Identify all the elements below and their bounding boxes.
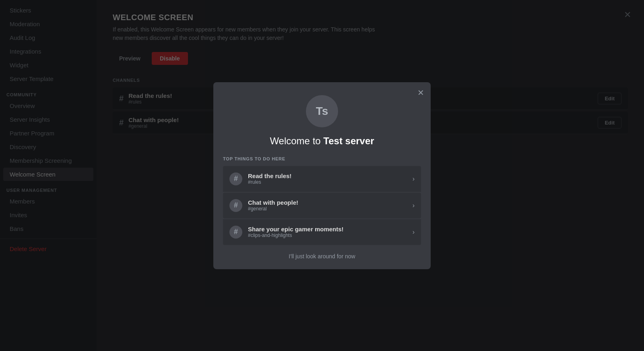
- modal-title: Welcome to Test server: [223, 135, 421, 147]
- modal-channel-info-clips: Share your epic gamer moments! #clips-an…: [248, 226, 413, 238]
- chevron-right-icon-clips: ›: [413, 228, 415, 236]
- modal-hash-icon-general: #: [229, 199, 242, 212]
- modal-channel-sub-general: #general: [248, 206, 413, 212]
- modal-channel-info-rules: Read the rules! #rules: [248, 172, 413, 185]
- modal-channel-sub-rules: #rules: [248, 179, 413, 185]
- modal-skip-button[interactable]: I'll just look around for now: [289, 253, 355, 260]
- modal-channels-list: # Read the rules! #rules › # Chat with p…: [223, 166, 421, 245]
- welcome-modal: ✕ Ts Welcome to Test server TOP THINGS T…: [213, 82, 431, 269]
- modal-hash-icon-clips: #: [229, 226, 242, 239]
- modal-overlay[interactable]: ✕ Ts Welcome to Test server TOP THINGS T…: [0, 0, 644, 351]
- modal-channel-sub-clips: #clips-and-highlights: [248, 233, 413, 238]
- modal-title-prefix: Welcome to: [270, 135, 323, 146]
- modal-channel-name-clips: Share your epic gamer moments!: [248, 226, 413, 233]
- modal-footer: I'll just look around for now: [223, 253, 421, 260]
- modal-server-name: Test server: [323, 135, 374, 146]
- chevron-right-icon-general: ›: [413, 202, 415, 209]
- modal-close-button[interactable]: ✕: [417, 89, 424, 97]
- avatar: Ts: [306, 95, 338, 127]
- modal-channel-item-rules[interactable]: # Read the rules! #rules ›: [223, 166, 421, 192]
- modal-channel-item-general[interactable]: # Chat with people! #general ›: [223, 193, 421, 218]
- modal-channel-name-general: Chat with people!: [248, 199, 413, 206]
- chevron-right-icon-rules: ›: [413, 175, 415, 183]
- modal-channel-name-rules: Read the rules!: [248, 172, 413, 179]
- modal-section-label: TOP THINGS TO DO HERE: [223, 156, 421, 161]
- modal-channel-info-general: Chat with people! #general: [248, 199, 413, 212]
- modal-hash-icon-rules: #: [229, 172, 242, 185]
- modal-channel-item-clips[interactable]: # Share your epic gamer moments! #clips-…: [223, 219, 421, 245]
